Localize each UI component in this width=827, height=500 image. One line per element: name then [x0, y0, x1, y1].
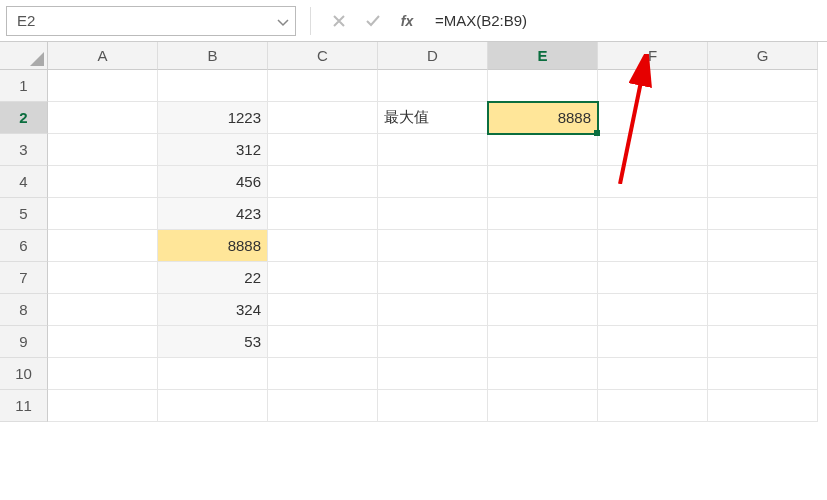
cell-G2[interactable] — [708, 102, 818, 134]
cell-G7[interactable] — [708, 262, 818, 294]
cell-F2[interactable] — [598, 102, 708, 134]
cell-A4[interactable] — [48, 166, 158, 198]
fill-handle[interactable] — [594, 130, 600, 136]
cell-B1[interactable] — [158, 70, 268, 102]
cell-D5[interactable] — [378, 198, 488, 230]
cell-A10[interactable] — [48, 358, 158, 390]
cell-B6[interactable]: 8888 — [158, 230, 268, 262]
row-header-3[interactable]: 3 — [0, 134, 48, 166]
cell-B11[interactable] — [158, 390, 268, 422]
cell-B8[interactable]: 324 — [158, 294, 268, 326]
cell-A7[interactable] — [48, 262, 158, 294]
cell-E9[interactable] — [488, 326, 598, 358]
row-header-10[interactable]: 10 — [0, 358, 48, 390]
cell-E11[interactable] — [488, 390, 598, 422]
row-header-6[interactable]: 6 — [0, 230, 48, 262]
chevron-down-icon[interactable] — [277, 16, 289, 28]
row-header-2[interactable]: 2 — [0, 102, 48, 134]
cell-G6[interactable] — [708, 230, 818, 262]
cell-G5[interactable] — [708, 198, 818, 230]
cell-E7[interactable] — [488, 262, 598, 294]
cell-D6[interactable] — [378, 230, 488, 262]
cell-F8[interactable] — [598, 294, 708, 326]
cell-G9[interactable] — [708, 326, 818, 358]
cell-A5[interactable] — [48, 198, 158, 230]
col-header-A[interactable]: A — [48, 42, 158, 70]
row-header-5[interactable]: 5 — [0, 198, 48, 230]
cell-E2[interactable]: 8888 — [488, 102, 598, 134]
row-header-8[interactable]: 8 — [0, 294, 48, 326]
formula-input[interactable] — [427, 6, 821, 36]
cell-D8[interactable] — [378, 294, 488, 326]
cell-D10[interactable] — [378, 358, 488, 390]
cell-E8[interactable] — [488, 294, 598, 326]
cell-G10[interactable] — [708, 358, 818, 390]
row-header-7[interactable]: 7 — [0, 262, 48, 294]
cell-C3[interactable] — [268, 134, 378, 166]
col-header-E[interactable]: E — [488, 42, 598, 70]
cell-F5[interactable] — [598, 198, 708, 230]
cell-D7[interactable] — [378, 262, 488, 294]
cell-G8[interactable] — [708, 294, 818, 326]
cell-E4[interactable] — [488, 166, 598, 198]
cell-E10[interactable] — [488, 358, 598, 390]
cell-F6[interactable] — [598, 230, 708, 262]
cell-B3[interactable]: 312 — [158, 134, 268, 166]
cell-F10[interactable] — [598, 358, 708, 390]
cell-A2[interactable] — [48, 102, 158, 134]
cell-C10[interactable] — [268, 358, 378, 390]
cell-C9[interactable] — [268, 326, 378, 358]
select-all-corner[interactable] — [0, 42, 48, 70]
cell-F7[interactable] — [598, 262, 708, 294]
cell-D2[interactable]: 最大值 — [378, 102, 488, 134]
cell-A8[interactable] — [48, 294, 158, 326]
name-box[interactable]: E2 — [6, 6, 296, 36]
cell-F9[interactable] — [598, 326, 708, 358]
cell-F4[interactable] — [598, 166, 708, 198]
cell-A6[interactable] — [48, 230, 158, 262]
cell-G1[interactable] — [708, 70, 818, 102]
cell-D4[interactable] — [378, 166, 488, 198]
cell-C7[interactable] — [268, 262, 378, 294]
cell-A9[interactable] — [48, 326, 158, 358]
cell-A1[interactable] — [48, 70, 158, 102]
col-header-G[interactable]: G — [708, 42, 818, 70]
cell-B9[interactable]: 53 — [158, 326, 268, 358]
cell-E3[interactable] — [488, 134, 598, 166]
col-header-C[interactable]: C — [268, 42, 378, 70]
row-header-1[interactable]: 1 — [0, 70, 48, 102]
col-header-D[interactable]: D — [378, 42, 488, 70]
cell-B2[interactable]: 1223 — [158, 102, 268, 134]
cell-F3[interactable] — [598, 134, 708, 166]
cell-C8[interactable] — [268, 294, 378, 326]
cell-C6[interactable] — [268, 230, 378, 262]
cell-D11[interactable] — [378, 390, 488, 422]
cell-C2[interactable] — [268, 102, 378, 134]
cell-C11[interactable] — [268, 390, 378, 422]
cell-B10[interactable] — [158, 358, 268, 390]
cell-B7[interactable]: 22 — [158, 262, 268, 294]
cell-E5[interactable] — [488, 198, 598, 230]
cell-G11[interactable] — [708, 390, 818, 422]
cell-D3[interactable] — [378, 134, 488, 166]
row-header-11[interactable]: 11 — [0, 390, 48, 422]
cell-B5[interactable]: 423 — [158, 198, 268, 230]
col-header-B[interactable]: B — [158, 42, 268, 70]
cell-C4[interactable] — [268, 166, 378, 198]
cell-F1[interactable] — [598, 70, 708, 102]
cell-G4[interactable] — [708, 166, 818, 198]
col-header-F[interactable]: F — [598, 42, 708, 70]
cancel-icon[interactable] — [325, 7, 353, 35]
cell-A3[interactable] — [48, 134, 158, 166]
cell-B4[interactable]: 456 — [158, 166, 268, 198]
cell-A11[interactable] — [48, 390, 158, 422]
cell-F11[interactable] — [598, 390, 708, 422]
fx-icon[interactable]: fx — [393, 7, 421, 35]
cell-D1[interactable] — [378, 70, 488, 102]
row-header-9[interactable]: 9 — [0, 326, 48, 358]
cell-G3[interactable] — [708, 134, 818, 166]
row-header-4[interactable]: 4 — [0, 166, 48, 198]
cell-E6[interactable] — [488, 230, 598, 262]
cell-C1[interactable] — [268, 70, 378, 102]
cell-E1[interactable] — [488, 70, 598, 102]
